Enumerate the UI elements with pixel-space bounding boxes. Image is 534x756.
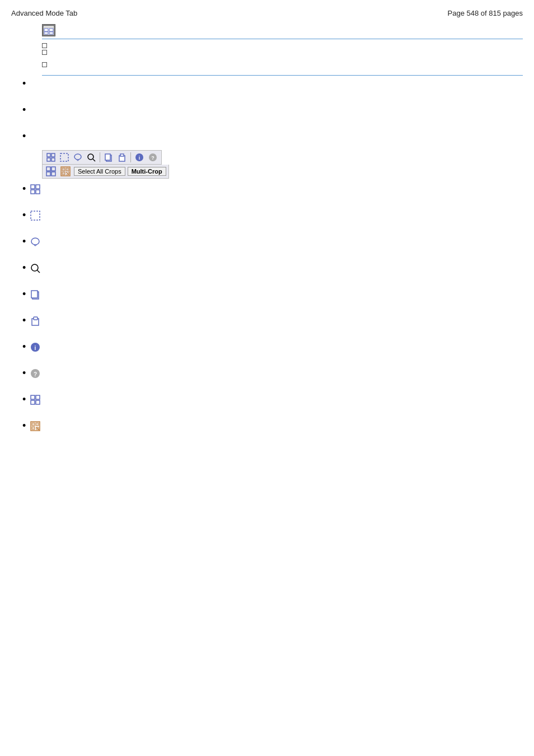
- svg-rect-34: [36, 185, 40, 189]
- bullet-dot-info: •: [22, 341, 26, 353]
- svg-point-12: [88, 154, 93, 160]
- checkbox-item: [42, 43, 523, 48]
- svg-rect-2: [44, 29, 48, 31]
- svg-rect-51: [31, 400, 35, 404]
- toolbar-divider-2: [130, 152, 131, 162]
- split-icon: [30, 395, 40, 405]
- btn-paste[interactable]: [116, 152, 128, 163]
- bullet-dot-split: •: [22, 394, 26, 405]
- toolbar-row1: i ?: [42, 150, 162, 165]
- btn-select[interactable]: [58, 152, 71, 163]
- svg-rect-50: [36, 395, 40, 399]
- svg-rect-3: [49, 29, 53, 31]
- bullet-dot-3: •: [22, 130, 26, 142]
- checkbox-item: [42, 62, 523, 67]
- svg-line-32: [66, 172, 69, 175]
- bottom-divider: [42, 75, 523, 76]
- svg-rect-10: [60, 153, 68, 161]
- zoom-icon: [30, 263, 40, 273]
- svg-rect-15: [105, 154, 110, 160]
- svg-text:?: ?: [151, 155, 154, 161]
- svg-rect-9: [51, 158, 55, 161]
- svg-point-39: [31, 264, 38, 271]
- checkbox-3[interactable]: [42, 62, 47, 67]
- btn-lasso[interactable]: [72, 152, 84, 163]
- svg-rect-30: [66, 168, 69, 171]
- multi-crop-button[interactable]: Multi-Crop: [128, 167, 166, 176]
- svg-rect-56: [32, 427, 35, 430]
- copy-icon: [30, 290, 40, 300]
- tool-item-split: •: [22, 395, 523, 405]
- help-icon: ?: [30, 368, 40, 379]
- svg-line-13: [93, 159, 95, 161]
- btn-zoom[interactable]: [85, 152, 97, 163]
- bullet-dot-grid: •: [22, 183, 26, 195]
- svg-rect-17: [120, 154, 124, 156]
- checkbox-2[interactable]: [42, 50, 47, 55]
- page-info: Page 548 of 815 pages: [448, 9, 523, 17]
- svg-rect-25: [51, 172, 55, 176]
- tool-item-info: • i: [22, 342, 523, 353]
- doc-icon: [42, 24, 55, 36]
- bullet-dot-lasso: •: [22, 236, 26, 248]
- svg-rect-0: [43, 25, 54, 35]
- svg-rect-52: [36, 400, 40, 404]
- bullet-dot-paste: •: [22, 315, 26, 326]
- page-title: Advanced Mode Tab: [11, 9, 77, 17]
- multicrop-icon: [30, 421, 40, 431]
- checkbox-list: [42, 43, 523, 67]
- lasso-icon: [30, 237, 40, 247]
- top-section: [11, 24, 523, 76]
- tool-list-section: • • • •: [22, 184, 523, 432]
- svg-rect-23: [51, 167, 55, 171]
- svg-rect-8: [47, 158, 50, 161]
- toolbar-container: i ?: [42, 150, 523, 179]
- top-divider: [42, 39, 523, 39]
- btn-info[interactable]: i: [133, 152, 146, 163]
- checkbox-item: [42, 49, 523, 55]
- select-all-button[interactable]: Select All Crops: [74, 167, 125, 176]
- tool-item-lasso: •: [22, 237, 523, 248]
- bullet-dot-2: •: [22, 104, 26, 116]
- svg-rect-35: [31, 190, 35, 194]
- svg-rect-5: [49, 32, 53, 34]
- bullet-item-1: •: [22, 79, 523, 90]
- btn-multicrop-icon[interactable]: [59, 166, 72, 177]
- svg-rect-22: [46, 167, 50, 171]
- bullet-dot-dashed: •: [22, 209, 26, 221]
- tool-item-multicrop: •: [22, 421, 523, 432]
- svg-rect-36: [36, 190, 40, 194]
- btn-split-crop[interactable]: [45, 166, 57, 177]
- grid-icon: [30, 184, 40, 194]
- bullet-dot-multicrop: •: [22, 420, 26, 432]
- bullet-dot-copy: •: [22, 288, 26, 300]
- svg-rect-49: [31, 395, 35, 399]
- svg-rect-6: [47, 153, 50, 157]
- svg-rect-31: [62, 172, 65, 175]
- checkbox-1[interactable]: [42, 43, 47, 48]
- svg-rect-7: [51, 153, 55, 157]
- bullet-section-top: • • •: [22, 79, 523, 142]
- svg-line-40: [38, 270, 40, 273]
- svg-rect-54: [32, 423, 35, 426]
- svg-rect-29: [62, 168, 65, 171]
- tool-item-help: • ?: [22, 368, 523, 379]
- btn-copy[interactable]: [102, 152, 115, 163]
- tool-item-paste: •: [22, 316, 523, 326]
- bullet-dot-zoom: •: [22, 262, 26, 274]
- svg-text:i: i: [35, 345, 36, 351]
- btn-grid[interactable]: [45, 152, 57, 163]
- svg-rect-55: [36, 423, 39, 426]
- tool-item-copy: •: [22, 290, 523, 300]
- svg-rect-4: [44, 32, 48, 34]
- svg-rect-37: [31, 211, 40, 220]
- svg-rect-24: [46, 172, 50, 176]
- svg-rect-44: [34, 317, 38, 320]
- bullet-dot-1: •: [22, 78, 26, 90]
- bullet-item-2: •: [22, 105, 523, 116]
- toolbar-row2: Select All Crops Multi-Crop: [42, 165, 169, 179]
- svg-text:?: ?: [34, 371, 37, 377]
- btn-help[interactable]: ?: [147, 152, 159, 163]
- bullet-dot-help: •: [22, 367, 26, 379]
- info-icon: i: [30, 342, 40, 352]
